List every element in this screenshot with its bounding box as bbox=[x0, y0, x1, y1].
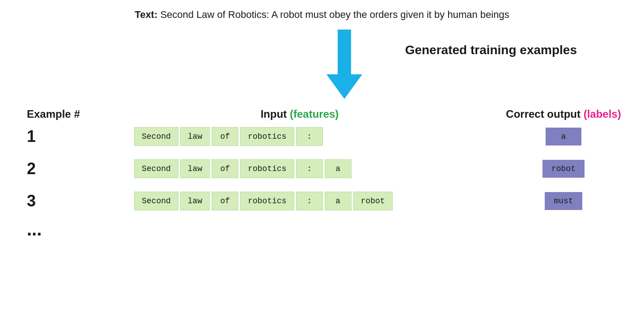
arrow-container bbox=[326, 30, 362, 99]
token: robotics bbox=[240, 127, 294, 146]
token: law bbox=[180, 159, 210, 178]
input-tokens-1: Second law of robotics : bbox=[98, 127, 501, 146]
example-number-3: 3 bbox=[27, 192, 98, 210]
token: robotics bbox=[240, 159, 294, 178]
token: robotics bbox=[240, 192, 294, 210]
arrow-shaft bbox=[338, 30, 351, 74]
table-section: Example # Input (features) Correct outpu… bbox=[0, 108, 644, 240]
input-label: Input bbox=[261, 108, 290, 120]
token: robot bbox=[353, 192, 393, 210]
column-header-input: Input (features) bbox=[98, 108, 501, 120]
token: of bbox=[212, 192, 238, 210]
generated-label: Generated training examples bbox=[405, 43, 577, 57]
token: Second bbox=[134, 192, 178, 210]
output-token-1: a bbox=[546, 128, 581, 146]
arrow-head bbox=[326, 74, 362, 99]
token: of bbox=[212, 159, 238, 178]
ellipsis: ... bbox=[18, 219, 626, 240]
table-row: 3 Second law of robotics : a robot must bbox=[18, 192, 626, 210]
header-text: Text: Second Law of Robotics: A robot mu… bbox=[135, 9, 509, 21]
column-header-output: Correct output (labels) bbox=[501, 108, 626, 120]
features-label: (features) bbox=[290, 108, 339, 120]
output-token-container-3: must bbox=[501, 192, 626, 210]
input-tokens-2: Second law of robotics : a bbox=[98, 159, 501, 178]
example-number-1: 1 bbox=[27, 127, 98, 146]
output-token-container-1: a bbox=[501, 128, 626, 146]
text-prefix: Text: bbox=[135, 9, 157, 20]
token: : bbox=[296, 159, 323, 178]
page-container: Text: Second Law of Robotics: A robot mu… bbox=[0, 0, 644, 321]
example-number-2: 2 bbox=[27, 159, 98, 178]
token: : bbox=[296, 192, 323, 210]
output-token-2: robot bbox=[542, 160, 585, 178]
header-content: Second Law of Robotics: A robot must obe… bbox=[160, 9, 509, 20]
table-row: 1 Second law of robotics : a bbox=[18, 127, 626, 146]
token: a bbox=[325, 192, 352, 210]
input-tokens-3: Second law of robotics : a robot bbox=[98, 192, 501, 210]
table-row: 2 Second law of robotics : a robot bbox=[18, 159, 626, 178]
token: : bbox=[296, 127, 323, 146]
token: law bbox=[180, 192, 210, 210]
token: law bbox=[180, 127, 210, 146]
token: Second bbox=[134, 127, 178, 146]
arrow-section: Generated training examples bbox=[0, 30, 644, 99]
labels-label: (labels) bbox=[584, 108, 621, 120]
token: a bbox=[325, 159, 352, 178]
column-header-example: Example # bbox=[27, 108, 98, 120]
table-header: Example # Input (features) Correct outpu… bbox=[18, 108, 626, 120]
token: Second bbox=[134, 159, 178, 178]
output-token-container-2: robot bbox=[501, 160, 626, 178]
output-token-3: must bbox=[545, 192, 582, 210]
output-label: Correct output bbox=[506, 108, 583, 120]
token: of bbox=[212, 127, 238, 146]
